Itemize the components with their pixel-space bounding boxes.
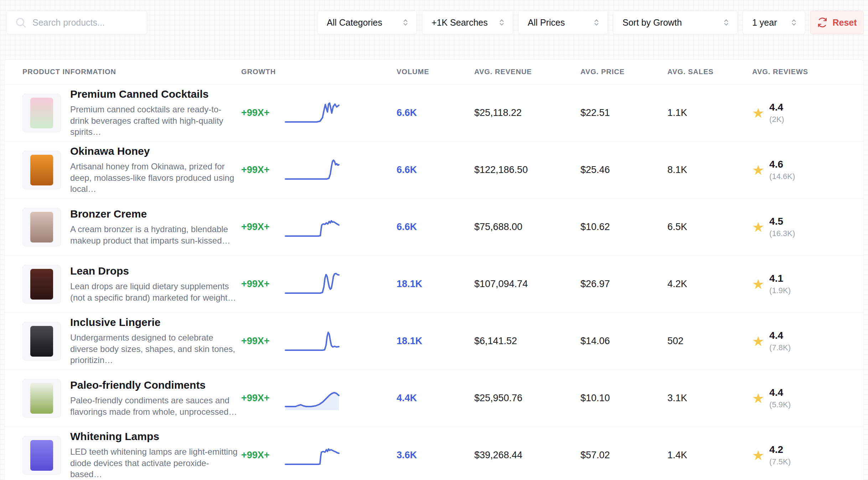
reset-label: Reset	[832, 17, 857, 28]
reviews-cell: ★ 4.4 (7.8K)	[752, 330, 863, 352]
refresh-icon	[817, 17, 828, 28]
table-header: PRODUCT INFORMATION GROWTH VOLUME AVG. R…	[5, 60, 863, 85]
sparkline-chart	[285, 272, 339, 296]
product-description: Lean drops are liquid dietary supplement…	[70, 281, 238, 303]
table-row[interactable]: Lean Drops Lean drops are liquid dietary…	[5, 256, 863, 313]
product-image-art	[30, 155, 53, 185]
product-description: A cream bronzer is a hydrating, blendabl…	[70, 224, 238, 246]
product-info-cell: Lean Drops Lean drops are liquid dietary…	[22, 265, 241, 303]
product-image	[22, 436, 61, 475]
table-row[interactable]: Whitening Lamps LED teeth whitening lamp…	[5, 427, 863, 480]
product-image	[22, 379, 61, 418]
table-row[interactable]: Inclusive Lingerie Undergarments designe…	[5, 313, 863, 370]
filter-categories-dropdown[interactable]: All Categories	[317, 11, 417, 34]
search-box[interactable]	[6, 11, 147, 34]
trend-sparkline	[285, 158, 397, 182]
rating-value: 4.6	[769, 159, 795, 170]
star-icon: ★	[752, 335, 764, 348]
volume-link[interactable]: 4.4K	[397, 393, 474, 404]
volume-link[interactable]: 6.6K	[397, 164, 474, 175]
avg-revenue-value: $25,118.22	[474, 107, 580, 118]
reviews-cell: ★ 4.6 (14.6K)	[752, 159, 863, 181]
star-icon: ★	[752, 220, 764, 234]
rating-value: 4.1	[769, 273, 791, 284]
table-row[interactable]: Okinawa Honey Artisanal honey from Okina…	[5, 142, 863, 199]
product-title[interactable]: Bronzer Creme	[70, 208, 238, 220]
table-body: Premium Canned Cocktails Premium canned …	[5, 85, 863, 480]
column-header-avg-reviews: AVG. REVIEWS	[752, 68, 863, 76]
volume-link[interactable]: 3.6K	[397, 450, 474, 461]
product-title[interactable]: Paleo-friendly Condiments	[70, 379, 238, 391]
product-info-cell: Okinawa Honey Artisanal honey from Okina…	[22, 145, 241, 195]
product-image-art	[30, 326, 53, 357]
product-description: LED teeth whitening lamps are light-emit…	[70, 446, 238, 480]
trend-sparkline	[285, 387, 397, 410]
rating-value: 4.4	[769, 387, 791, 398]
product-image	[22, 151, 61, 189]
product-title[interactable]: Whitening Lamps	[70, 430, 238, 443]
volume-link[interactable]: 6.6K	[397, 221, 474, 233]
reviews-count: (7.5K)	[769, 457, 791, 466]
reviews-count: (5.9K)	[769, 400, 791, 409]
product-info-cell: Premium Canned Cocktails Premium canned …	[22, 88, 241, 138]
sparkline-chart	[285, 101, 339, 125]
column-header-avg-revenue: AVG. REVENUE	[474, 68, 580, 76]
rating-value: 4.4	[769, 330, 791, 341]
table-row[interactable]: Premium Canned Cocktails Premium canned …	[5, 85, 863, 142]
filter-period-value: 1 year	[752, 17, 777, 28]
search-input[interactable]	[32, 17, 139, 28]
sparkline-chart	[285, 158, 339, 182]
product-title[interactable]: Okinawa Honey	[70, 145, 238, 157]
column-header-product: PRODUCT INFORMATION	[22, 68, 241, 76]
filter-bar: All Categories +1K Searches All Prices S…	[317, 11, 864, 34]
table-row[interactable]: Paleo-friendly Condiments Paleo-friendly…	[5, 370, 863, 427]
volume-link[interactable]: 18.1K	[397, 336, 474, 347]
product-image-art	[30, 269, 53, 300]
product-title[interactable]: Inclusive Lingerie	[70, 316, 238, 328]
reviews-cell: ★ 4.1 (1.9K)	[752, 273, 863, 295]
rating-value: 4.5	[769, 216, 795, 227]
product-title[interactable]: Premium Canned Cocktails	[70, 88, 238, 100]
filter-sort-dropdown[interactable]: Sort by Growth	[613, 11, 738, 34]
trend-sparkline	[285, 272, 397, 296]
product-info-cell: Whitening Lamps LED teeth whitening lamp…	[22, 430, 241, 480]
reviews-count: (1.9K)	[769, 286, 791, 295]
product-image	[22, 208, 61, 246]
reviews-count: (14.6K)	[769, 172, 795, 181]
volume-link[interactable]: 6.6K	[397, 107, 474, 118]
star-icon: ★	[752, 392, 764, 405]
avg-price-value: $14.06	[580, 336, 667, 347]
star-icon: ★	[752, 163, 764, 177]
avg-sales-value: 8.1K	[667, 164, 752, 175]
avg-price-value: $57.02	[580, 450, 667, 461]
chevron-updown-icon	[722, 18, 731, 27]
avg-price-value: $10.62	[580, 221, 667, 233]
avg-sales-value: 1.4K	[667, 450, 752, 461]
table-row[interactable]: Bronzer Creme A cream bronzer is a hydra…	[5, 199, 863, 256]
avg-sales-value: 1.1K	[667, 107, 752, 118]
growth-value: +99X+	[241, 393, 285, 404]
reviews-count: (7.8K)	[769, 343, 791, 352]
sparkline-chart	[285, 387, 339, 410]
product-info-cell: Paleo-friendly Condiments Paleo-friendly…	[22, 379, 241, 418]
filter-searches-dropdown[interactable]: +1K Searches	[422, 11, 513, 34]
filter-period-dropdown[interactable]: 1 year	[743, 11, 805, 34]
chevron-updown-icon	[789, 18, 799, 27]
column-header-volume: VOLUME	[397, 68, 474, 76]
filter-prices-dropdown[interactable]: All Prices	[518, 11, 608, 34]
growth-value: +99X+	[241, 164, 285, 175]
reviews-cell: ★ 4.2 (7.5K)	[752, 444, 863, 466]
star-icon: ★	[752, 106, 764, 120]
reset-button[interactable]: Reset	[810, 11, 864, 34]
chevron-updown-icon	[401, 18, 410, 27]
toolbar: All Categories +1K Searches All Prices S…	[6, 11, 864, 34]
product-description: Undergarments designed to celebrate dive…	[70, 332, 238, 366]
filter-searches-value: +1K Searches	[432, 17, 488, 28]
growth-value: +99X+	[241, 336, 285, 347]
avg-revenue-value: $122,186.50	[474, 164, 580, 175]
volume-link[interactable]: 18.1K	[397, 279, 474, 290]
product-title[interactable]: Lean Drops	[70, 265, 238, 277]
filter-sort-value: Sort by Growth	[622, 17, 682, 28]
star-icon: ★	[752, 277, 764, 291]
product-image-art	[30, 98, 53, 128]
